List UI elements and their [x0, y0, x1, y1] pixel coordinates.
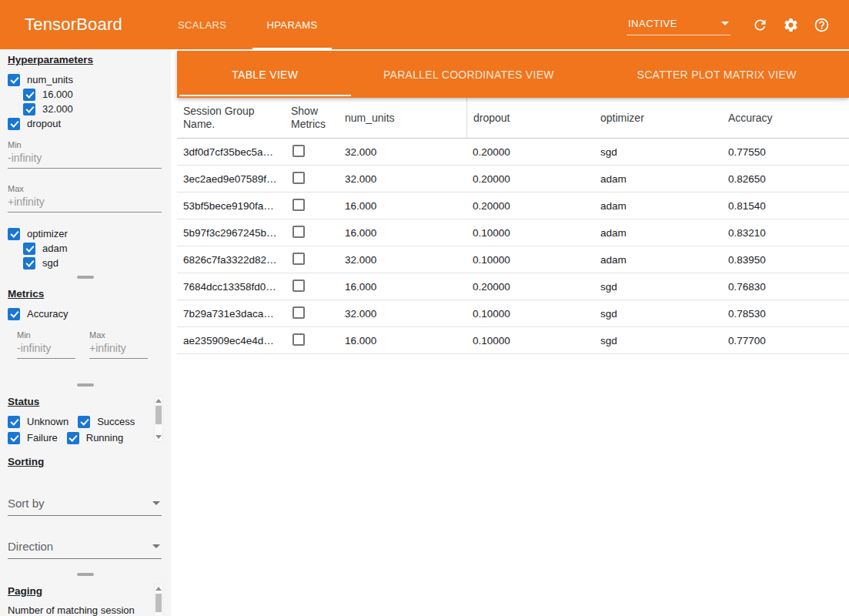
- show-metrics-checkbox[interactable]: [292, 306, 305, 319]
- chevron-down-icon: [152, 501, 160, 505]
- accuracy-cell: 0.78530: [722, 308, 849, 320]
- help-icon[interactable]: [812, 15, 831, 34]
- num-units-32-checkbox[interactable]: 32.000: [23, 102, 163, 116]
- show-metrics-checkbox[interactable]: [292, 145, 305, 157]
- session-group-name-cell: 7b29a731e3daca…: [177, 308, 285, 320]
- session-groups-table: Session Group Name. Show Metrics num_uni…: [177, 98, 849, 354]
- accuracy-cell: 0.83210: [722, 227, 849, 239]
- status-running-checkbox[interactable]: Running: [67, 430, 123, 445]
- scroll-up-icon[interactable]: [155, 587, 162, 591]
- tab-table-view[interactable]: TABLE VIEW: [177, 51, 353, 98]
- status-heading: Status: [8, 396, 163, 410]
- session-group-name-cell: ae235909ec4e4d…: [177, 335, 285, 346]
- sort-by-value: Sort by: [8, 497, 45, 510]
- column-header-accuracy[interactable]: Accuracy: [722, 107, 849, 129]
- table-row: 7684dcc13358fd0… 16.000 0.20000 sgd 0.76…: [177, 273, 849, 300]
- show-metrics-checkbox[interactable]: [292, 172, 305, 184]
- run-status-select[interactable]: INACTIVE: [627, 15, 730, 35]
- num-units-cell: 32.000: [339, 146, 466, 158]
- paging-scrollbar[interactable]: [154, 584, 163, 616]
- direction-select[interactable]: Direction: [8, 536, 162, 559]
- sorting-pane: Sorting Sort by Direction: [0, 447, 171, 568]
- dropout-cell: 0.20000: [466, 146, 594, 158]
- status-pane: Status Unknown Success Failure Running: [0, 391, 171, 447]
- table-row: 53bf5bece9190fa… 16.000 0.20000 adam 0.8…: [177, 192, 849, 219]
- num-units-cell: 16.000: [339, 281, 466, 293]
- optimizer-sgd-checkbox[interactable]: sgd: [23, 256, 163, 270]
- show-metrics-checkbox[interactable]: [292, 226, 305, 238]
- num-units-16-label: 16.000: [42, 89, 73, 100]
- tab-hparams[interactable]: HPARAMS: [246, 0, 337, 49]
- paging-summary: Number of matching session groups: 8: [8, 604, 148, 616]
- checkbox-icon: [8, 74, 20, 86]
- accuracy-min-input[interactable]: [17, 340, 75, 359]
- scroll-thumb[interactable]: [155, 406, 162, 424]
- settings-icon[interactable]: [781, 15, 800, 34]
- column-header-dropout[interactable]: dropout: [466, 98, 594, 138]
- dropout-cell: 0.10000: [466, 308, 594, 320]
- status-scrollbar[interactable]: [154, 396, 163, 442]
- status-options: Unknown Success Failure Running: [8, 414, 150, 447]
- accuracy-min-field: Min: [17, 321, 75, 359]
- num-units-16-checkbox[interactable]: 16.000: [23, 87, 163, 102]
- checkbox-icon: [8, 416, 20, 428]
- session-group-name-cell: 3ec2aed9e07589f…: [177, 173, 285, 185]
- show-metrics-checkbox[interactable]: [292, 253, 305, 265]
- scroll-up-icon[interactable]: [155, 399, 162, 403]
- accuracy-max-label: Max: [89, 330, 148, 340]
- accuracy-min-label: Min: [17, 330, 75, 340]
- column-header-num-units[interactable]: num_units: [339, 107, 466, 129]
- dropout-max-label: Max: [8, 184, 163, 193]
- accuracy-max-input[interactable]: [89, 340, 148, 359]
- hyperparameters-pane: Hyperparameters num_units 16.000 32.000 …: [0, 49, 171, 271]
- scroll-thumb[interactable]: [155, 594, 162, 612]
- table-row: 3ec2aed9e07589f… 32.000 0.20000 adam 0.8…: [177, 166, 849, 192]
- checkbox-icon: [23, 103, 35, 116]
- optimizer-checkbox[interactable]: optimizer: [8, 226, 163, 241]
- tab-scatter-plot-matrix-view[interactable]: SCATTER PLOT MATRIX VIEW: [584, 51, 849, 98]
- column-header-optimizer[interactable]: optimizer: [594, 107, 722, 129]
- table-row: 5b97f3c2967245b… 16.000 0.10000 adam 0.8…: [177, 219, 849, 246]
- column-header-session-group-name[interactable]: Session Group Name.: [177, 100, 285, 136]
- refresh-icon[interactable]: [750, 15, 769, 34]
- app-title: TensorBoard: [25, 15, 122, 35]
- status-unknown-label: Unknown: [27, 416, 69, 427]
- tab-scalars[interactable]: SCALARS: [158, 0, 247, 49]
- num-units-checkbox[interactable]: num_units: [8, 72, 163, 87]
- status-unknown-checkbox[interactable]: Unknown: [8, 414, 69, 429]
- column-header-show-metrics[interactable]: Show Metrics: [285, 100, 339, 136]
- optimizer-sgd-label: sgd: [42, 257, 58, 269]
- pane-resize-handle[interactable]: [77, 383, 94, 387]
- sidebar: Hyperparameters num_units 16.000 32.000 …: [0, 49, 171, 616]
- chevron-down-icon: [721, 22, 729, 25]
- show-metrics-checkbox[interactable]: [292, 333, 305, 346]
- status-success-checkbox[interactable]: Success: [78, 414, 135, 429]
- optimizer-label: optimizer: [27, 228, 68, 239]
- accuracy-label: Accuracy: [27, 308, 68, 320]
- accuracy-checkbox[interactable]: Accuracy: [8, 306, 163, 321]
- paging-pane: Paging Number of matching session groups…: [0, 581, 171, 616]
- num-units-32-label: 32.000: [42, 103, 73, 115]
- table-header-row: Session Group Name. Show Metrics num_uni…: [177, 98, 849, 139]
- paging-heading: Paging: [8, 585, 163, 599]
- optimizer-adam-checkbox[interactable]: adam: [23, 241, 163, 256]
- checkbox-icon: [78, 416, 90, 428]
- dropout-cell: 0.20000: [466, 173, 594, 185]
- dropout-checkbox[interactable]: dropout: [8, 116, 163, 131]
- dropout-min-input[interactable]: [8, 149, 162, 169]
- top-nav-tabs: SCALARS HPARAMS: [158, 0, 338, 49]
- dropout-max-input[interactable]: [8, 193, 162, 213]
- scroll-down-icon[interactable]: [155, 435, 162, 439]
- show-metrics-checkbox[interactable]: [292, 280, 305, 292]
- chevron-down-icon: [152, 544, 160, 548]
- optimizer-cell: sgd: [594, 335, 722, 346]
- dropout-label: dropout: [27, 118, 61, 129]
- status-failure-checkbox[interactable]: Failure: [8, 430, 58, 445]
- pane-resize-handle[interactable]: [77, 276, 94, 279]
- sort-by-select[interactable]: Sort by: [8, 493, 162, 516]
- tab-parallel-coordinates-view[interactable]: PARALLEL COORDINATES VIEW: [353, 51, 585, 98]
- optimizer-cell: adam: [594, 200, 722, 212]
- num-units-cell: 16.000: [339, 200, 466, 212]
- pane-resize-handle[interactable]: [77, 573, 94, 576]
- show-metrics-checkbox[interactable]: [292, 199, 305, 211]
